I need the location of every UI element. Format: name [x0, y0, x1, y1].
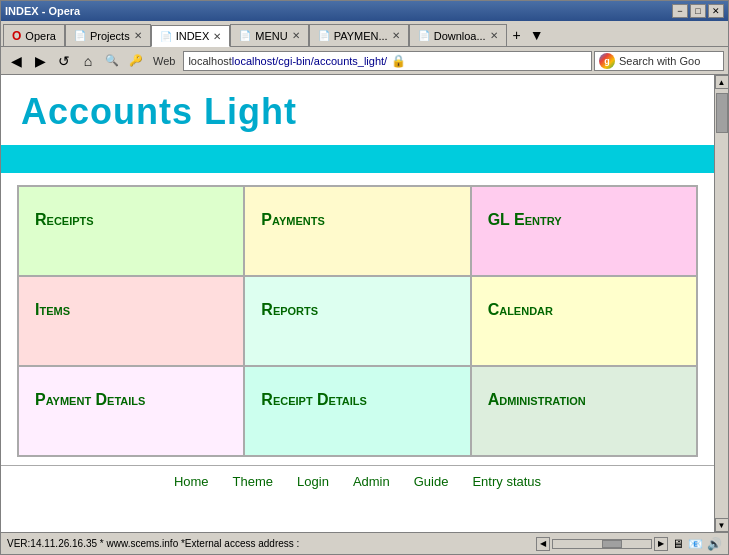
scroll-track[interactable] [715, 89, 729, 518]
address-host: localhost [188, 55, 231, 67]
page-content: Accounts Light Receipts Payments GL Eent… [1, 75, 714, 532]
horizontal-scroll: ◀ ▶ [536, 537, 668, 551]
search-bar[interactable]: g Search with Goo [594, 51, 724, 71]
administration-label: Administration [488, 391, 586, 409]
address-path: localhost/cgi-bin/accounts_light/ [232, 55, 387, 67]
footer-theme-link[interactable]: Theme [233, 474, 273, 489]
tab-download-label: Downloa... [434, 30, 486, 42]
content-area: Accounts Light Receipts Payments GL Eent… [1, 75, 728, 532]
reload-button[interactable]: ↺ [53, 50, 75, 72]
status-bar: VER:14.11.26.16.35 * www.scems.info *Ext… [1, 532, 728, 554]
tab-index-icon: 📄 [160, 31, 172, 42]
scroll-down-button[interactable]: ▼ [715, 518, 729, 532]
address-bar-container: Web localhostlocalhost/cgi-bin/accounts_… [149, 51, 592, 71]
scroll-left-button[interactable]: ◀ [536, 537, 550, 551]
footer-admin-link[interactable]: Admin [353, 474, 390, 489]
tab-opera-label: Opera [25, 30, 56, 42]
search-page-button[interactable]: 🔍 [101, 50, 123, 72]
scroll-up-button[interactable]: ▲ [715, 75, 729, 89]
lock-icon: 🔒 [391, 54, 406, 68]
h-scroll-track[interactable] [552, 539, 652, 549]
tab-download[interactable]: 📄 Downloa... ✕ [409, 24, 507, 46]
forward-button[interactable]: ▶ [29, 50, 51, 72]
payment-details-label: Payment Details [35, 391, 145, 409]
tab-payments[interactable]: 📄 PAYMEN... ✕ [309, 24, 409, 46]
tab-menu-icon: 📄 [239, 30, 251, 41]
menu-grid: Receipts Payments GL Eentry Items Report… [17, 185, 698, 457]
nav-bar: ◀ ▶ ↺ ⌂ 🔍 🔑 Web localhostlocalhost/cgi-b… [1, 47, 728, 75]
title-bar: INDEX - Opera − □ ✕ [1, 1, 728, 21]
address-input[interactable]: localhostlocalhost/cgi-bin/accounts_ligh… [183, 51, 592, 71]
h-scroll-thumb[interactable] [602, 540, 622, 548]
tab-menu-label: MENU [255, 30, 287, 42]
tab-projects-close[interactable]: ✕ [134, 30, 142, 41]
footer-entry-status-link[interactable]: Entry status [472, 474, 541, 489]
tab-projects[interactable]: 📄 Projects ✕ [65, 24, 151, 46]
receipt-details-label: Receipt Details [261, 391, 367, 409]
maximize-button[interactable]: □ [690, 4, 706, 18]
tab-index-close[interactable]: ✕ [213, 31, 221, 42]
scroll-right-button[interactable]: ▶ [654, 537, 668, 551]
status-icon-sound: 🔊 [707, 537, 722, 551]
footer-login-link[interactable]: Login [297, 474, 329, 489]
tab-opera[interactable]: O Opera [3, 24, 65, 46]
google-icon: g [599, 53, 615, 69]
menu-cell-receipts[interactable]: Receipts [18, 186, 244, 276]
menu-cell-payment-details[interactable]: Payment Details [18, 366, 244, 456]
opera-logo: O [12, 29, 21, 43]
tab-payments-close[interactable]: ✕ [392, 30, 400, 41]
menu-cell-calendar[interactable]: Calendar [471, 276, 697, 366]
menu-cell-reports[interactable]: Reports [244, 276, 470, 366]
gl-eentry-label: GL Eentry [488, 211, 562, 229]
footer-home-link[interactable]: Home [174, 474, 209, 489]
tab-menu-close[interactable]: ✕ [292, 30, 300, 41]
payments-label: Payments [261, 211, 324, 229]
search-text: Search with Goo [619, 55, 700, 67]
tab-index-label: INDEX [176, 30, 210, 42]
reports-label: Reports [261, 301, 318, 319]
new-tab-button[interactable]: + [507, 24, 527, 46]
footer-guide-link[interactable]: Guide [414, 474, 449, 489]
tab-download-close[interactable]: ✕ [490, 30, 498, 41]
menu-cell-items[interactable]: Items [18, 276, 244, 366]
home-button[interactable]: ⌂ [77, 50, 99, 72]
tab-payments-label: PAYMEN... [334, 30, 388, 42]
main-content: Accounts Light Receipts Payments GL Eent… [1, 75, 714, 532]
footer-nav: Home Theme Login Admin Guide Entry statu… [1, 465, 714, 497]
receipts-label: Receipts [35, 211, 94, 229]
menu-cell-gl-eentry[interactable]: GL Eentry [471, 186, 697, 276]
window-controls: − □ ✕ [672, 4, 724, 18]
menu-cell-receipt-details[interactable]: Receipt Details [244, 366, 470, 456]
vertical-scrollbar: ▲ ▼ [714, 75, 728, 532]
tab-projects-icon: 📄 [74, 30, 86, 41]
address-text: localhostlocalhost/cgi-bin/accounts_ligh… [188, 55, 387, 67]
tab-list-button[interactable]: ▼ [527, 24, 547, 46]
minimize-button[interactable]: − [672, 4, 688, 18]
back-button[interactable]: ◀ [5, 50, 27, 72]
address-label: Web [149, 55, 179, 67]
menu-cell-administration[interactable]: Administration [471, 366, 697, 456]
security-button[interactable]: 🔑 [125, 50, 147, 72]
calendar-label: Calendar [488, 301, 553, 319]
tab-payments-icon: 📄 [318, 30, 330, 41]
tab-bar: O Opera 📄 Projects ✕ 📄 INDEX ✕ 📄 MENU ✕ … [1, 21, 728, 47]
tab-index[interactable]: 📄 INDEX ✕ [151, 25, 231, 47]
status-text: VER:14.11.26.16.35 * www.scems.info *Ext… [7, 538, 299, 549]
tab-menu[interactable]: 📄 MENU ✕ [230, 24, 308, 46]
browser-window: INDEX - Opera − □ ✕ O Opera 📄 Projects ✕… [0, 0, 729, 555]
close-button[interactable]: ✕ [708, 4, 724, 18]
window-title: INDEX - Opera [5, 5, 80, 17]
status-bar-right: ◀ ▶ 🖥 📧 🔊 [536, 537, 722, 551]
cyan-bar [1, 145, 714, 173]
page-header: Accounts Light [1, 75, 714, 141]
tab-projects-label: Projects [90, 30, 130, 42]
page-title: Accounts Light [21, 91, 694, 133]
items-label: Items [35, 301, 70, 319]
scroll-thumb[interactable] [716, 93, 728, 133]
menu-cell-payments[interactable]: Payments [244, 186, 470, 276]
tab-download-icon: 📄 [418, 30, 430, 41]
status-icon-display: 🖥 [672, 537, 684, 551]
status-icon-mail: 📧 [688, 537, 703, 551]
